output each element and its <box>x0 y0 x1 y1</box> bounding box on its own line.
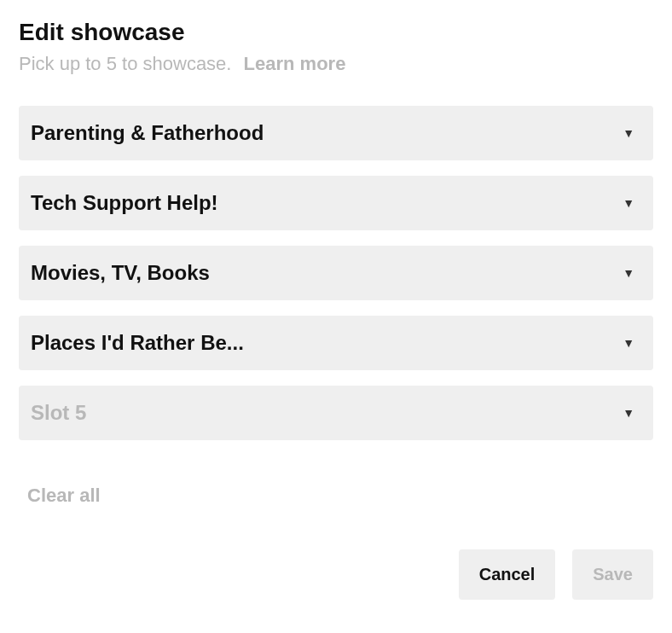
slot-label: Places I'd Rather Be... <box>31 331 244 355</box>
slot-label: Slot 5 <box>31 401 86 425</box>
dialog-subtitle-row: Pick up to 5 to showcase. Learn more <box>19 53 653 75</box>
showcase-slot-5[interactable]: Slot 5 ▼ <box>19 386 653 440</box>
chevron-down-icon: ▼ <box>623 406 634 420</box>
learn-more-link[interactable]: Learn more <box>244 53 346 74</box>
dialog-header: Edit showcase Pick up to 5 to showcase. … <box>19 19 653 75</box>
clear-all-button[interactable]: Clear all <box>27 485 101 507</box>
dialog-subtitle: Pick up to 5 to showcase. <box>19 53 231 74</box>
slot-label: Tech Support Help! <box>31 191 218 215</box>
cancel-button[interactable]: Cancel <box>459 549 556 600</box>
chevron-down-icon: ▼ <box>623 336 634 350</box>
showcase-slot-3[interactable]: Movies, TV, Books ▼ <box>19 246 653 300</box>
chevron-down-icon: ▼ <box>623 126 634 140</box>
showcase-slots: Parenting & Fatherhood ▼ Tech Support He… <box>19 106 653 440</box>
save-button[interactable]: Save <box>572 549 653 600</box>
dialog-footer: Cancel Save <box>19 549 653 600</box>
slot-label: Movies, TV, Books <box>31 261 210 285</box>
slot-label: Parenting & Fatherhood <box>31 121 264 145</box>
showcase-slot-2[interactable]: Tech Support Help! ▼ <box>19 176 653 230</box>
showcase-slot-1[interactable]: Parenting & Fatherhood ▼ <box>19 106 653 160</box>
chevron-down-icon: ▼ <box>623 266 634 280</box>
dialog-title: Edit showcase <box>19 19 653 46</box>
showcase-slot-4[interactable]: Places I'd Rather Be... ▼ <box>19 316 653 370</box>
chevron-down-icon: ▼ <box>623 196 634 210</box>
